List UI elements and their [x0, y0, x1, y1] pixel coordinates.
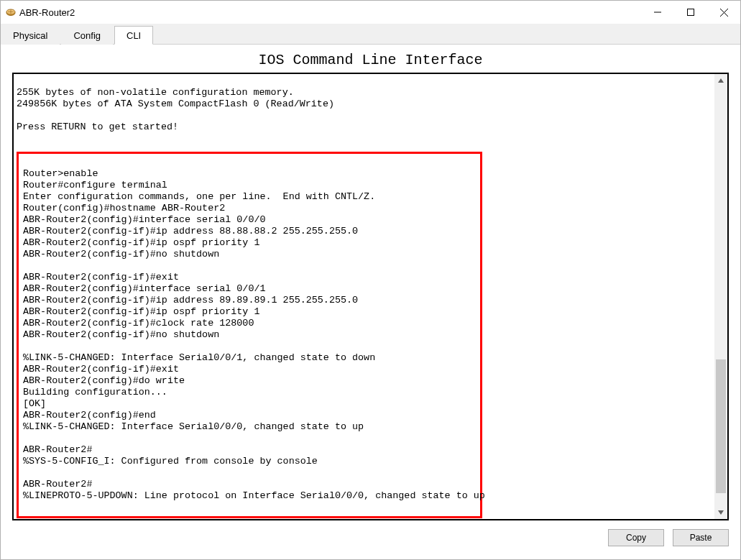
- scroll-thumb[interactable]: [716, 359, 726, 494]
- tab-config[interactable]: Config: [61, 26, 113, 45]
- scroll-up-arrow-icon[interactable]: [714, 74, 727, 87]
- terminal-output[interactable]: 255K bytes of non-volatile configuration…: [14, 74, 714, 519]
- terminal-top-text: 255K bytes of non-volatile configuration…: [17, 87, 712, 133]
- title-bar: ABR-Router2: [1, 1, 740, 24]
- cli-footer: Copy Paste: [12, 525, 729, 551]
- scroll-track[interactable]: [714, 87, 727, 506]
- tab-physical[interactable]: Physical: [1, 26, 60, 45]
- terminal-frame: 255K bytes of non-volatile configuration…: [12, 73, 729, 520]
- scroll-down-arrow-icon[interactable]: [714, 506, 727, 519]
- router-icon: [5, 6, 17, 18]
- maximize-button[interactable]: [674, 1, 707, 24]
- tab-strip: Physical Config CLI: [1, 24, 740, 45]
- window-title: ABR-Router2: [19, 7, 75, 18]
- cli-panel: IOS Command Line Interface 255K bytes of…: [1, 45, 740, 559]
- copy-button[interactable]: Copy: [608, 529, 664, 546]
- paste-button[interactable]: Paste: [673, 529, 729, 546]
- terminal-highlight-text: Router>enable Router#configure terminal …: [23, 168, 476, 502]
- cli-heading: IOS Command Line Interface: [12, 52, 729, 68]
- svg-rect-5: [688, 9, 694, 16]
- tab-cli[interactable]: CLI: [114, 26, 153, 45]
- minimize-button[interactable]: [641, 1, 674, 24]
- highlight-annotation: Router>enable Router#configure terminal …: [17, 152, 482, 518]
- app-window: ABR-Router2 Physical Config CLI IOS Comm…: [0, 0, 741, 560]
- window-controls: [641, 1, 740, 24]
- terminal-scrollbar[interactable]: [714, 74, 727, 519]
- title-bar-left: ABR-Router2: [5, 6, 75, 18]
- close-button[interactable]: [707, 1, 740, 24]
